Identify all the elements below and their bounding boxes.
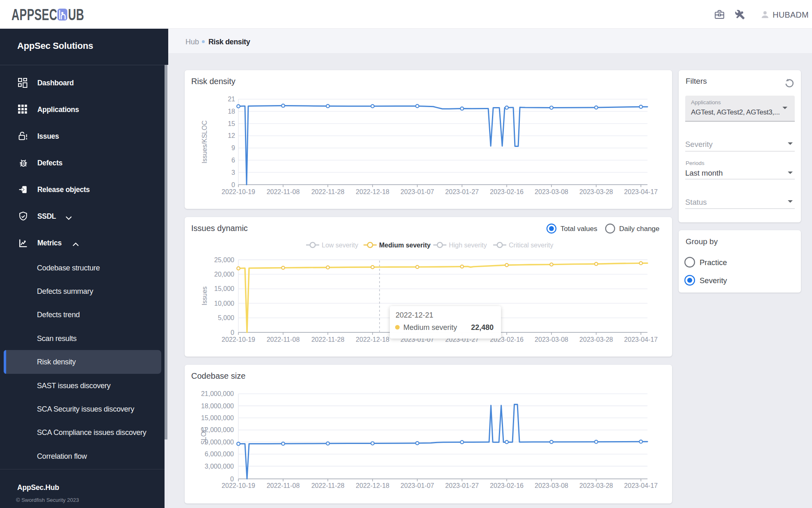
svg-text:21: 21 xyxy=(228,96,235,103)
svg-text:0: 0 xyxy=(230,476,234,483)
svg-text:2023-01-27: 2023-01-27 xyxy=(445,188,479,195)
svg-text:2023-03-28: 2023-03-28 xyxy=(579,336,613,343)
svg-text:Issues: Issues xyxy=(201,286,208,305)
svg-text:Low severity: Low severity xyxy=(322,242,358,249)
svg-text:18,000,000: 18,000,000 xyxy=(201,403,234,410)
svg-text:Issues/KSLOC: Issues/KSLOC xyxy=(201,121,208,164)
svg-text:Medium severity: Medium severity xyxy=(379,242,430,249)
svg-text:2022-11-28: 2022-11-28 xyxy=(311,188,345,195)
svg-text:5,000: 5,000 xyxy=(218,314,234,321)
svg-text:3: 3 xyxy=(231,169,235,176)
svg-text:Critical severity: Critical severity xyxy=(509,242,553,249)
svg-text:18: 18 xyxy=(228,108,235,115)
svg-text:6,000,000: 6,000,000 xyxy=(205,451,234,458)
svg-text:9: 9 xyxy=(231,144,235,151)
svg-text:2023-02-16: 2023-02-16 xyxy=(490,188,524,195)
svg-text:25,000: 25,000 xyxy=(214,256,234,263)
svg-text:10,000: 10,000 xyxy=(214,300,234,307)
svg-text:2023-03-28: 2023-03-28 xyxy=(579,482,613,489)
svg-text:2023-03-28: 2023-03-28 xyxy=(579,188,613,195)
svg-text:2023-03-08: 2023-03-08 xyxy=(535,482,568,489)
svg-text:2023-02-16: 2023-02-16 xyxy=(490,482,524,489)
svg-text:2023-04-17: 2023-04-17 xyxy=(624,188,658,195)
svg-text:21,000,000: 21,000,000 xyxy=(201,390,234,397)
svg-text:2023-01-07: 2023-01-07 xyxy=(400,482,434,489)
svg-text:3,000,000: 3,000,000 xyxy=(205,463,234,470)
svg-text:2023-03-08: 2023-03-08 xyxy=(535,188,568,195)
svg-text:2022-11-08: 2022-11-08 xyxy=(267,482,300,489)
svg-text:0: 0 xyxy=(231,181,235,188)
svg-text:2022-11-08: 2022-11-08 xyxy=(267,188,300,195)
svg-text:9,000,000: 9,000,000 xyxy=(205,439,234,446)
svg-text:2023-04-17: 2023-04-17 xyxy=(624,336,658,343)
svg-text:2023-04-17: 2023-04-17 xyxy=(624,482,658,489)
svg-text:20,000: 20,000 xyxy=(214,271,234,278)
svg-text:2022-12-18: 2022-12-18 xyxy=(356,188,389,195)
svg-text:2022-10-19: 2022-10-19 xyxy=(222,482,255,489)
svg-text:2022-10-19: 2022-10-19 xyxy=(222,336,255,343)
svg-text:2022-12-18: 2022-12-18 xyxy=(356,336,389,343)
svg-text:15: 15 xyxy=(228,120,235,127)
svg-text:12: 12 xyxy=(228,132,235,139)
svg-text:2022-10-19: 2022-10-19 xyxy=(222,188,255,195)
svg-text:2023-03-08: 2023-03-08 xyxy=(535,336,568,343)
svg-text:2022-11-08: 2022-11-08 xyxy=(267,336,300,343)
svg-text:SLOC: SLOC xyxy=(200,427,207,445)
svg-text:High severity: High severity xyxy=(449,242,487,249)
svg-text:15,000: 15,000 xyxy=(214,285,234,292)
svg-text:2023-01-07: 2023-01-07 xyxy=(400,188,434,195)
svg-text:2022-11-28: 2022-11-28 xyxy=(311,336,345,343)
svg-text:0: 0 xyxy=(231,329,234,336)
svg-text:6: 6 xyxy=(231,157,235,164)
svg-text:2022-12-18: 2022-12-18 xyxy=(356,482,389,489)
svg-text:2023-01-27: 2023-01-27 xyxy=(445,482,479,489)
svg-text:2022-11-28: 2022-11-28 xyxy=(311,482,345,489)
svg-text:15,000,000: 15,000,000 xyxy=(201,414,234,421)
